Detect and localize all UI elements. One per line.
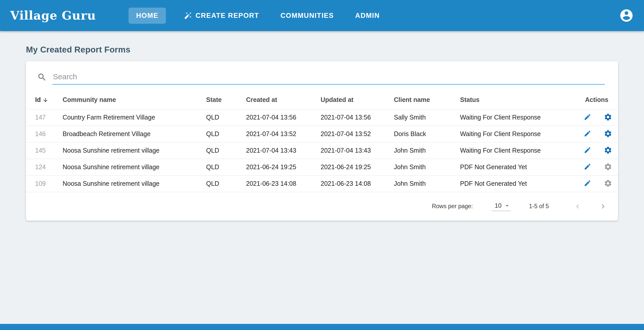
pagination-range: 1-5 of 5	[529, 203, 549, 210]
updated-at-cell: 2021-06-24 19:25	[321, 159, 394, 175]
column-header-state[interactable]: State	[206, 91, 246, 109]
status-cell: Waiting For Client Response	[460, 109, 584, 126]
status-cell: PDF Not Generated Yet	[460, 159, 584, 175]
nav-admin[interactable]: ADMIN	[352, 8, 383, 24]
table-row: 147 Country Farm Retirement Village QLD …	[26, 109, 618, 126]
created-at-cell: 2021-07-04 13:52	[246, 126, 321, 142]
search-input[interactable]	[52, 71, 605, 85]
report-table: Id Community name State Created at Updat…	[26, 91, 618, 192]
dropdown-arrow-icon	[504, 202, 511, 209]
pagination-bar: Rows per page: 10 1-5 of 5	[26, 192, 618, 221]
nav-communities[interactable]: COMMUNITIES	[277, 8, 337, 24]
nav-create-report[interactable]: CREATE REPORT	[181, 8, 262, 24]
pencil-icon	[584, 113, 591, 121]
settings-button[interactable]	[604, 179, 612, 188]
app-logo[interactable]: Village Guru	[10, 9, 96, 22]
community-name-cell: Noosa Sunshine retirement village	[63, 175, 206, 192]
pencil-icon	[584, 130, 591, 137]
gear-icon	[604, 113, 612, 121]
gear-icon	[604, 146, 612, 154]
state-cell: QLD	[206, 175, 246, 192]
account-circle-icon	[619, 8, 634, 23]
account-button[interactable]	[619, 8, 634, 23]
column-header-status[interactable]: Status	[460, 91, 584, 109]
rows-per-page-value: 10	[495, 202, 502, 209]
updated-at-cell: 2021-06-23 14:08	[321, 175, 394, 192]
actions-cell	[584, 142, 618, 159]
pencil-icon	[584, 163, 591, 170]
main-nav: HOME CREATE REPORT COMMUNITIES ADMIN	[128, 8, 383, 24]
created-at-cell: 2021-06-23 14:08	[246, 175, 321, 192]
main-content: My Created Report Forms Id Community nam…	[0, 31, 644, 221]
gear-icon	[604, 163, 612, 171]
rows-per-page-select[interactable]: 10	[492, 202, 511, 211]
state-cell: QLD	[206, 109, 246, 126]
table-row: 109 Noosa Sunshine retirement village QL…	[26, 175, 618, 192]
state-cell: QLD	[206, 159, 246, 175]
report-id-cell: 146	[26, 126, 63, 142]
pencil-icon	[584, 146, 591, 154]
column-header-community-name[interactable]: Community name	[63, 91, 206, 109]
settings-button[interactable]	[604, 113, 612, 122]
page-title: My Created Report Forms	[26, 45, 618, 55]
community-name-cell: Noosa Sunshine retirement village	[63, 159, 206, 175]
community-name-cell: Broadbeach Retirement Village	[63, 126, 206, 142]
report-table-body: 147 Country Farm Retirement Village QLD …	[26, 109, 618, 192]
chevron-right-icon	[599, 202, 607, 211]
search-row	[26, 61, 618, 85]
pencil-icon	[584, 179, 591, 187]
actions-cell	[584, 175, 618, 192]
app-header: Village Guru HOME CREATE REPORT COMMUNIT…	[0, 0, 644, 31]
edit-button[interactable]	[584, 146, 591, 155]
column-header-updated-at[interactable]: Updated at	[321, 91, 394, 109]
created-at-cell: 2021-07-04 13:43	[246, 142, 321, 159]
settings-button[interactable]	[604, 146, 612, 155]
report-id-cell: 109	[26, 175, 63, 192]
settings-button[interactable]	[604, 163, 612, 172]
edit-button[interactable]	[584, 130, 591, 138]
actions-cell	[584, 109, 618, 126]
client-name-cell: John Smith	[394, 159, 460, 175]
created-at-cell: 2021-06-24 19:25	[246, 159, 321, 175]
column-header-actions: Actions	[584, 91, 618, 109]
actions-cell	[584, 159, 618, 175]
previous-page-button[interactable]	[573, 202, 582, 211]
client-name-cell: Doris Black	[394, 126, 460, 142]
community-name-cell: Noosa Sunshine retirement village	[63, 142, 206, 159]
column-header-id[interactable]: Id	[26, 91, 63, 109]
edit-button[interactable]	[584, 163, 591, 171]
report-table-header: Id Community name State Created at Updat…	[26, 91, 618, 109]
nav-create-report-label: CREATE REPORT	[195, 12, 259, 20]
rows-per-page-label: Rows per page:	[432, 203, 473, 210]
updated-at-cell: 2021-07-04 13:56	[321, 109, 394, 126]
created-at-cell: 2021-07-04 13:56	[246, 109, 321, 126]
column-label-id: Id	[35, 96, 41, 103]
table-row: 145 Noosa Sunshine retirement village QL…	[26, 142, 618, 159]
report-id-cell: 145	[26, 142, 63, 159]
column-header-created-at[interactable]: Created at	[246, 91, 321, 109]
report-id-cell: 147	[26, 109, 63, 126]
gear-icon	[604, 179, 612, 188]
client-name-cell: John Smith	[394, 142, 460, 159]
table-row: 146 Broadbeach Retirement Village QLD 20…	[26, 126, 618, 142]
updated-at-cell: 2021-07-04 13:43	[321, 142, 394, 159]
column-header-client-name[interactable]: Client name	[394, 91, 460, 109]
updated-at-cell: 2021-07-04 13:52	[321, 126, 394, 142]
actions-cell	[584, 126, 618, 142]
settings-button[interactable]	[604, 129, 612, 139]
client-name-cell: John Smith	[394, 175, 460, 192]
magic-wand-icon	[184, 12, 192, 19]
edit-button[interactable]	[584, 113, 591, 122]
gear-icon	[604, 129, 612, 138]
nav-home[interactable]: HOME	[128, 8, 166, 24]
community-name-cell: Country Farm Retirement Village	[63, 109, 206, 126]
next-page-button[interactable]	[599, 202, 607, 211]
chevron-left-icon	[573, 202, 582, 211]
state-cell: QLD	[206, 126, 246, 142]
report-forms-card: Id Community name State Created at Updat…	[26, 61, 618, 221]
status-cell: Waiting For Client Response	[460, 142, 584, 159]
report-id-cell: 124	[26, 159, 63, 175]
footer-bar	[0, 324, 644, 330]
sort-descending-icon	[42, 97, 48, 103]
edit-button[interactable]	[584, 179, 591, 188]
